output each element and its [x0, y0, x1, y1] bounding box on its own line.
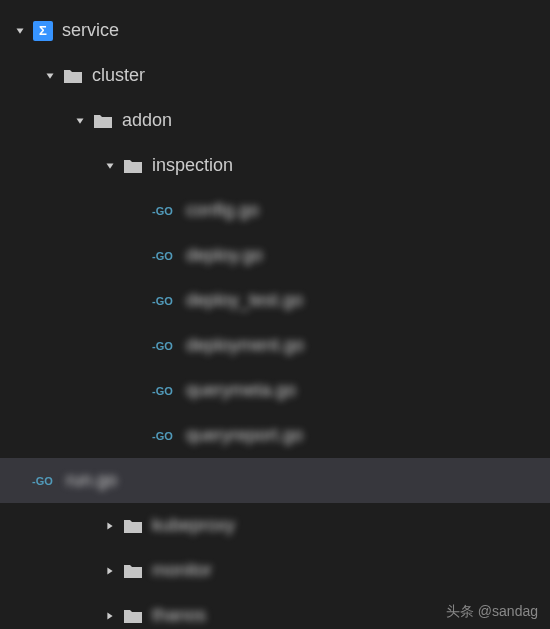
chevron-down-icon — [10, 21, 30, 41]
tree-item-label: deploy_test.go — [186, 290, 303, 311]
tree-item-label: kubeproxy — [152, 515, 235, 536]
chevron-right-icon — [100, 516, 120, 536]
tree-file-go[interactable]: GO querymeta.go — [10, 368, 550, 413]
tree-folder-collapsed[interactable]: kubeproxy — [10, 503, 550, 548]
tree-item-label: cluster — [92, 65, 145, 86]
tree-folder-cluster[interactable]: cluster — [10, 53, 550, 98]
folder-icon — [122, 515, 144, 537]
go-file-icon: GO — [152, 295, 180, 307]
tree-item-label: service — [62, 20, 119, 41]
tree-file-go[interactable]: GO config.go — [10, 188, 550, 233]
tree-item-label: thanos — [152, 605, 206, 626]
go-file-icon: GO — [152, 340, 180, 352]
chevron-right-icon — [100, 561, 120, 581]
tree-item-label: run.go — [66, 470, 117, 491]
tree-folder-inspection[interactable]: inspection — [10, 143, 550, 188]
go-file-icon: GO — [152, 385, 180, 397]
folder-icon — [122, 605, 144, 627]
tree-folder-service[interactable]: Σ service — [10, 8, 550, 53]
folder-icon — [92, 110, 114, 132]
chevron-right-icon — [100, 606, 120, 626]
tree-item-label: deploy.go — [186, 245, 263, 266]
go-file-icon: GO — [152, 430, 180, 442]
tree-file-go-selected[interactable]: GO run.go — [0, 458, 550, 503]
tree-item-label: monitor — [152, 560, 212, 581]
tree-file-go[interactable]: GO deploy.go — [10, 233, 550, 278]
folder-icon — [62, 65, 84, 87]
go-file-icon: GO — [152, 205, 180, 217]
tree-file-go[interactable]: GO queryreport.go — [10, 413, 550, 458]
tree-item-label: addon — [122, 110, 172, 131]
tree-file-go[interactable]: GO deploy_test.go — [10, 278, 550, 323]
watermark: 头条 @sandag — [446, 603, 538, 621]
folder-icon — [122, 155, 144, 177]
folder-icon — [122, 560, 144, 582]
tree-item-label: queryreport.go — [186, 425, 303, 446]
service-module-icon: Σ — [32, 20, 54, 42]
chevron-down-icon — [40, 66, 60, 86]
tree-item-label: config.go — [186, 200, 259, 221]
tree-folder-addon[interactable]: addon — [10, 98, 550, 143]
chevron-down-icon — [70, 111, 90, 131]
go-file-icon: GO — [152, 250, 180, 262]
tree-file-go[interactable]: GO deployment.go — [10, 323, 550, 368]
file-tree[interactable]: Σ service cluster addon inspection GO — [0, 0, 550, 629]
tree-folder-collapsed[interactable]: monitor — [10, 548, 550, 593]
go-file-icon: GO — [32, 475, 60, 487]
tree-item-label: inspection — [152, 155, 233, 176]
tree-item-label: deployment.go — [186, 335, 304, 356]
tree-item-label: querymeta.go — [186, 380, 296, 401]
chevron-down-icon — [100, 156, 120, 176]
